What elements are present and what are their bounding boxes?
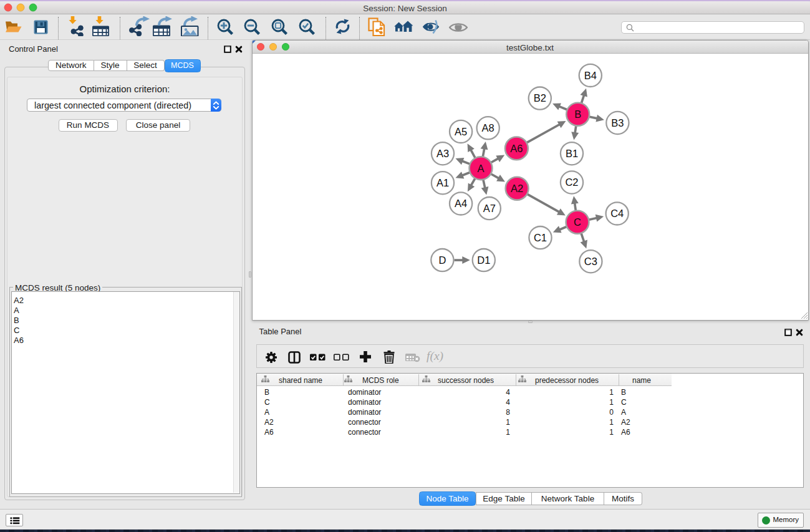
svg-text:B3: B3 [611, 117, 624, 128]
svg-text:B2: B2 [534, 92, 546, 104]
svg-text:B: B [574, 109, 581, 120]
svg-text:A1: A1 [436, 177, 449, 188]
svg-text:C4: C4 [610, 208, 624, 219]
svg-text:A4: A4 [455, 198, 467, 209]
svg-text:A8: A8 [482, 122, 494, 133]
svg-text:A6: A6 [510, 143, 523, 154]
svg-text:A5: A5 [455, 126, 467, 137]
svg-text:C3: C3 [584, 256, 597, 267]
svg-text:C1: C1 [534, 232, 547, 243]
svg-text:A2: A2 [511, 183, 523, 194]
svg-text:C: C [574, 216, 581, 228]
svg-text:B4: B4 [584, 70, 597, 81]
svg-text:A: A [477, 163, 484, 174]
svg-text:D1: D1 [477, 254, 490, 266]
svg-text:A3: A3 [436, 148, 449, 159]
svg-text:D: D [438, 254, 446, 266]
svg-text:C2: C2 [565, 177, 578, 188]
svg-text:B1: B1 [566, 148, 578, 159]
svg-text:A7: A7 [483, 203, 496, 214]
